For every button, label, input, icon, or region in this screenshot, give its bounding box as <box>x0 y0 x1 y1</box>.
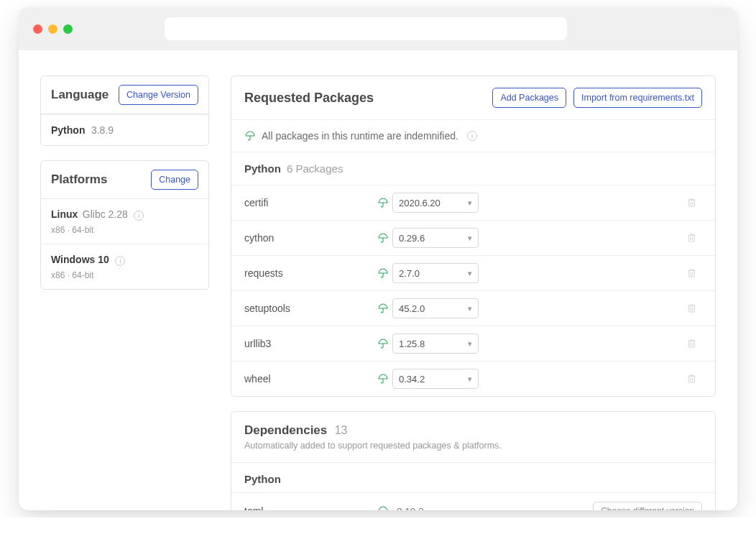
change-version-button[interactable]: Change Version <box>119 85 198 105</box>
dependency-row: toml0.10.2Choose different version <box>231 492 715 510</box>
requested-packages-header: Requested Packages Add Packages Import f… <box>231 76 715 120</box>
umbrella-icon <box>377 505 389 510</box>
trash-icon[interactable] <box>686 197 697 208</box>
sidebar: Language Change Version Python 3.8.9 Pla… <box>40 75 209 510</box>
package-row: urllib31.25.8▾ <box>231 326 715 361</box>
import-requirements-button[interactable]: Import from requirements.txt <box>573 88 702 108</box>
dependencies-group-label: Python <box>231 462 715 492</box>
umbrella-icon <box>377 197 389 208</box>
package-name: wheel <box>244 373 374 385</box>
dependencies-header: Dependencies 13 Automatically added to s… <box>231 412 715 454</box>
platform-arch: x86 · 64-bit <box>51 270 198 280</box>
umbrella-icon <box>377 303 389 314</box>
package-name: cython <box>244 232 374 244</box>
package-row: setuptools45.2.0▾ <box>231 290 715 326</box>
chevron-down-icon: ▾ <box>468 269 472 278</box>
trash-icon[interactable] <box>686 373 697 385</box>
dependency-version: 0.10.2 <box>397 506 424 511</box>
package-name: setuptools <box>244 303 374 314</box>
platform-os: Linux <box>51 208 78 220</box>
language-version: 3.8.9 <box>91 124 114 136</box>
content-area: Language Change Version Python 3.8.9 Pla… <box>19 50 737 510</box>
dependencies-count: 13 <box>335 424 348 436</box>
platform-row: Windows 10 ix86 · 64-bit <box>41 244 208 289</box>
maximize-window-icon[interactable] <box>63 24 73 34</box>
language-card: Language Change Version Python 3.8.9 <box>40 75 209 146</box>
trash-icon[interactable] <box>686 267 697 279</box>
window-controls <box>33 24 73 34</box>
language-card-header: Language Change Version <box>41 76 208 114</box>
version-value: 0.29.6 <box>399 233 425 244</box>
app-window: Language Change Version Python 3.8.9 Pla… <box>19 7 737 510</box>
language-row: Python 3.8.9 <box>41 114 208 145</box>
info-icon[interactable]: i <box>467 131 477 141</box>
platforms-card: Platforms Change Linux Glibc 2.28 ix86 ·… <box>40 160 209 290</box>
umbrella-icon <box>377 232 389 244</box>
close-window-icon[interactable] <box>33 24 42 34</box>
chevron-down-icon: ▾ <box>468 374 472 384</box>
chevron-down-icon: ▾ <box>468 339 472 349</box>
version-value: 2.7.0 <box>399 268 420 279</box>
platform-arch: x86 · 64-bit <box>51 225 198 235</box>
change-platforms-button[interactable]: Change <box>151 170 198 190</box>
indemnified-text: All packages in this runtime are indemni… <box>262 130 458 142</box>
platform-row: Linux Glibc 2.28 ix86 · 64-bit <box>41 199 208 244</box>
language-card-title: Language <box>51 88 109 102</box>
package-row: wheel0.34.2▾ <box>231 361 715 396</box>
dependency-name: toml <box>244 505 374 510</box>
packages-group-count: 6 Packages <box>287 162 343 175</box>
umbrella-icon <box>377 373 389 385</box>
platforms-card-title: Platforms <box>51 172 107 187</box>
version-select[interactable]: 0.34.2▾ <box>392 369 479 389</box>
chevron-down-icon: ▾ <box>468 234 472 243</box>
trash-icon[interactable] <box>686 303 697 314</box>
requested-packages-panel: Requested Packages Add Packages Import f… <box>231 75 716 397</box>
umbrella-icon <box>377 338 389 349</box>
package-name: certifi <box>244 197 374 208</box>
minimize-window-icon[interactable] <box>48 24 57 34</box>
requested-packages-actions: Add Packages Import from requirements.tx… <box>492 88 702 108</box>
dependencies-title: Dependencies <box>244 423 327 437</box>
version-select[interactable]: 0.29.6▾ <box>392 228 479 248</box>
chevron-down-icon: ▾ <box>468 304 472 313</box>
chevron-down-icon: ▾ <box>468 198 472 208</box>
platform-os: Windows 10 <box>51 254 109 265</box>
platform-detail: Glibc 2.28 <box>83 208 128 220</box>
version-value: 45.2.0 <box>399 303 425 314</box>
requested-packages-title: Requested Packages <box>244 91 374 106</box>
language-name: Python <box>51 124 85 136</box>
dependencies-panel: Dependencies 13 Automatically added to s… <box>231 411 716 510</box>
trash-icon[interactable] <box>686 338 697 349</box>
package-row: cython0.29.6▾ <box>231 220 715 255</box>
package-row: certifi2020.6.20▾ <box>231 185 715 220</box>
version-select[interactable]: 45.2.0▾ <box>392 298 479 318</box>
version-select[interactable]: 2020.6.20▾ <box>392 193 479 213</box>
packages-group-header: Python 6 Packages <box>231 152 715 185</box>
add-packages-button[interactable]: Add Packages <box>492 88 566 108</box>
titlebar <box>19 7 737 50</box>
address-bar[interactable] <box>165 17 567 40</box>
info-icon[interactable]: i <box>115 256 125 266</box>
version-value: 2020.6.20 <box>399 198 441 208</box>
package-row: requests2.7.0▾ <box>231 255 715 290</box>
version-select[interactable]: 1.25.8▾ <box>392 334 479 354</box>
umbrella-icon <box>377 267 389 279</box>
choose-version-button[interactable]: Choose different version <box>593 502 702 510</box>
version-select[interactable]: 2.7.0▾ <box>392 263 479 283</box>
trash-icon[interactable] <box>686 232 697 244</box>
version-value: 1.25.8 <box>399 339 425 349</box>
info-icon[interactable]: i <box>134 211 144 221</box>
packages-group-label: Python <box>244 162 281 175</box>
main-column: Requested Packages Add Packages Import f… <box>231 75 716 510</box>
indemnified-banner: All packages in this runtime are indemni… <box>231 120 715 152</box>
package-name: urllib3 <box>244 338 374 349</box>
package-name: requests <box>244 267 374 279</box>
version-value: 0.34.2 <box>399 374 425 385</box>
dependencies-subtitle: Automatically added to support requested… <box>244 441 702 451</box>
platforms-card-header: Platforms Change <box>41 161 208 199</box>
umbrella-icon <box>244 130 256 142</box>
